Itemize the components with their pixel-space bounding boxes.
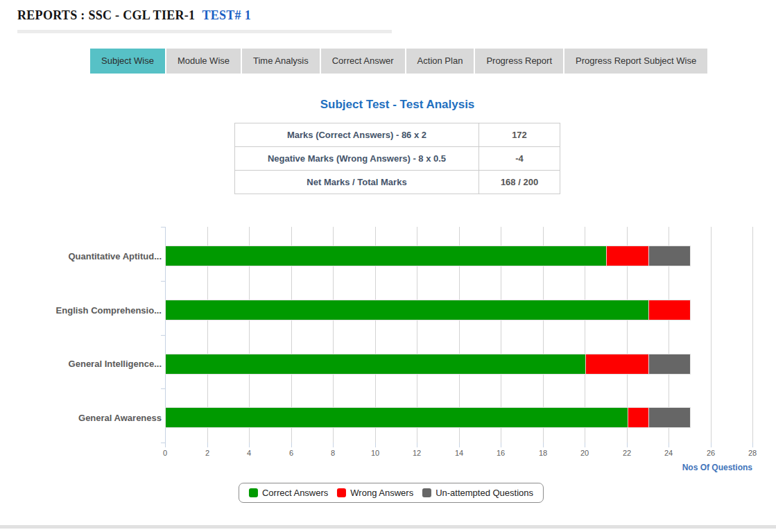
category-label: General Intelligence... bbox=[0, 359, 162, 369]
bar-segment-correct-answers bbox=[166, 246, 606, 266]
title-underline bbox=[17, 30, 392, 33]
report-page: REPORTS : SSC - CGL TIER-1TEST# 1 Subjec… bbox=[0, 0, 776, 532]
x-axis-tick bbox=[207, 443, 208, 447]
x-axis-tick bbox=[375, 443, 376, 447]
x-axis-label: 18 bbox=[522, 449, 564, 457]
legend-label: Wrong Answers bbox=[350, 488, 413, 498]
chart-legend: Correct AnswersWrong AnswersUn-attempted… bbox=[239, 483, 544, 503]
bar-general-intelligence bbox=[166, 354, 690, 374]
x-axis-label: 6 bbox=[270, 449, 312, 457]
legend-swatch-wrong-answers bbox=[337, 488, 346, 497]
analysis-row: Marks (Correct Answers) - 86 x 2172 bbox=[235, 123, 560, 147]
bar-english-comprehensio bbox=[166, 300, 690, 320]
metric-value-cell: 172 bbox=[479, 123, 560, 147]
page-title: REPORTS : SSC - CGL TIER-1TEST# 1 bbox=[17, 8, 251, 23]
analysis-table: Marks (Correct Answers) - 86 x 2172Negat… bbox=[234, 123, 560, 194]
bar-segment-wrong-answers bbox=[628, 408, 648, 427]
test-number-link[interactable]: TEST# 1 bbox=[202, 8, 251, 22]
bottom-divider bbox=[0, 525, 776, 529]
tab-progress-report[interactable]: Progress Report bbox=[475, 49, 563, 74]
x-axis-label: 16 bbox=[480, 449, 521, 457]
x-axis-label: 12 bbox=[396, 449, 438, 457]
bar-segment-un-attempted-questions bbox=[648, 354, 691, 374]
x-axis-label: 4 bbox=[228, 449, 270, 457]
legend-swatch-un-attempted-questions bbox=[422, 488, 431, 497]
legend-item-correct-answers[interactable]: Correct Answers bbox=[249, 488, 328, 498]
x-axis-label: 24 bbox=[648, 449, 689, 457]
analysis-title: Subject Test - Test Analysis bbox=[234, 98, 560, 112]
analysis-row: Net Marks / Total Marks168 / 200 bbox=[235, 171, 560, 194]
bar-segment-correct-answers bbox=[166, 300, 648, 320]
bar-segment-un-attempted-questions bbox=[648, 408, 691, 427]
x-axis-tick bbox=[249, 443, 250, 447]
x-axis-tick bbox=[417, 443, 417, 447]
y-axis-tick bbox=[161, 227, 165, 228]
legend-swatch-correct-answers bbox=[249, 488, 258, 497]
y-axis-tick bbox=[161, 443, 165, 443]
analysis-row: Negative Marks (Wrong Answers) - 8 x 0.5… bbox=[235, 147, 560, 171]
x-axis-tick bbox=[543, 443, 544, 447]
x-axis-tick bbox=[627, 443, 628, 447]
y-axis-tick bbox=[161, 281, 165, 282]
tab-subject-wise[interactable]: Subject Wise bbox=[90, 49, 165, 74]
x-axis-label: 8 bbox=[312, 449, 354, 457]
category-label: Quantitative Aptitud... bbox=[0, 251, 162, 261]
metric-label-cell: Net Marks / Total Marks bbox=[235, 171, 479, 194]
x-axis-tick bbox=[752, 443, 753, 447]
gridline bbox=[711, 227, 712, 443]
x-axis-label: 26 bbox=[690, 449, 732, 457]
bar-segment-un-attempted-questions bbox=[648, 246, 691, 266]
x-axis-tick bbox=[711, 443, 712, 447]
bar-segment-wrong-answers bbox=[648, 300, 691, 320]
chart-context-menu-button[interactable] bbox=[739, 230, 756, 245]
x-axis-tick bbox=[165, 443, 166, 447]
x-axis-tick bbox=[459, 443, 460, 447]
bar-general-awareness bbox=[166, 408, 690, 427]
bar-segment-correct-answers bbox=[166, 408, 628, 427]
x-axis-label: 2 bbox=[187, 449, 228, 457]
x-axis-label: 0 bbox=[144, 449, 186, 457]
report-tabs: Subject WiseModule WiseTime AnalysisCorr… bbox=[90, 49, 707, 74]
x-axis-tick bbox=[333, 443, 334, 447]
x-axis-tick bbox=[291, 443, 292, 447]
metric-label-cell: Marks (Correct Answers) - 86 x 2 bbox=[235, 123, 479, 147]
metric-value-cell: 168 / 200 bbox=[479, 171, 560, 194]
x-axis-tick bbox=[501, 443, 501, 447]
bar-segment-wrong-answers bbox=[585, 354, 648, 374]
metric-value-cell: -4 bbox=[479, 147, 560, 171]
tab-module-wise[interactable]: Module Wise bbox=[166, 49, 241, 74]
tab-correct-answer[interactable]: Correct Answer bbox=[321, 49, 405, 74]
bar-quantitative-aptitud bbox=[166, 246, 690, 266]
x-axis-label: 20 bbox=[564, 449, 605, 457]
x-axis-label: 14 bbox=[438, 449, 480, 457]
bar-segment-wrong-answers bbox=[606, 246, 648, 266]
y-axis-tick bbox=[161, 335, 165, 336]
category-label: English Comprehensio... bbox=[0, 305, 162, 316]
x-axis-label: 10 bbox=[354, 449, 396, 457]
bar-segment-correct-answers bbox=[166, 354, 585, 374]
tab-progress-report-subject-wise[interactable]: Progress Report Subject Wise bbox=[564, 49, 707, 74]
legend-label: Un-attempted Questions bbox=[436, 488, 533, 498]
x-axis-title: Nos Of Questions bbox=[614, 463, 752, 472]
chart-plot-area bbox=[165, 227, 752, 443]
x-axis-label: 28 bbox=[732, 449, 773, 457]
tab-time-analysis[interactable]: Time Analysis bbox=[242, 49, 320, 74]
gridline bbox=[752, 227, 753, 443]
legend-item-un-attempted-questions[interactable]: Un-attempted Questions bbox=[422, 488, 533, 498]
y-axis-tick bbox=[161, 388, 165, 389]
x-axis-tick bbox=[585, 443, 585, 447]
legend-label: Correct Answers bbox=[262, 488, 328, 498]
legend-item-wrong-answers[interactable]: Wrong Answers bbox=[337, 488, 413, 498]
tab-action-plan[interactable]: Action Plan bbox=[406, 49, 474, 74]
x-axis-tick bbox=[669, 443, 669, 447]
category-label: General Awareness bbox=[0, 413, 162, 423]
report-title-text: REPORTS : SSC - CGL TIER-1 bbox=[17, 8, 195, 22]
x-axis-label: 22 bbox=[606, 449, 648, 457]
metric-label-cell: Negative Marks (Wrong Answers) - 8 x 0.5 bbox=[235, 147, 479, 171]
